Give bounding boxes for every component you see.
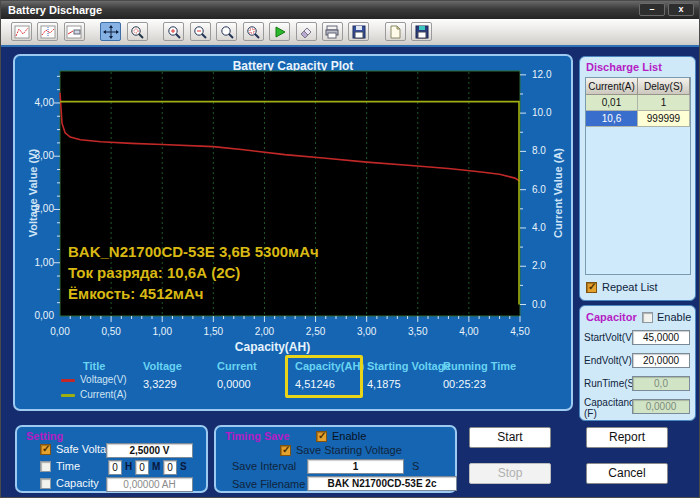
capacity-checkbox[interactable] bbox=[40, 478, 51, 489]
pan-tool-button[interactable] bbox=[100, 22, 121, 41]
minimize-button[interactable]: – bbox=[639, 3, 665, 16]
x-tick-label: 1,50 bbox=[196, 326, 230, 337]
endvolt-field[interactable]: 20,0000 bbox=[632, 353, 690, 368]
app-window: Battery Discharge – x Battery Capacity P… bbox=[0, 0, 700, 498]
cell-delay-1[interactable]: 1 bbox=[638, 95, 690, 111]
repeat-list-checkbox[interactable] bbox=[586, 282, 597, 293]
save-filename-label: Save Filename bbox=[232, 478, 305, 490]
chart-annotation: BAK_N21700CD-53E 3,6В 5300мАч Ток разряд… bbox=[68, 241, 319, 304]
client-area: Battery Capacity Plot Voltage Value (V) … bbox=[1, 47, 700, 498]
x-tick-label: 4,00 bbox=[452, 326, 486, 337]
cell-current-1[interactable]: 0,01 bbox=[586, 95, 638, 111]
zoom-window-icon bbox=[129, 25, 145, 39]
run-tool-button[interactable] bbox=[269, 22, 290, 41]
zoom-out-tool-button[interactable] bbox=[190, 22, 211, 41]
stats-header-running-time: Running Time bbox=[443, 360, 516, 372]
y-right-tick-label: 6.0 bbox=[532, 184, 568, 195]
cancel-button[interactable]: Cancel bbox=[586, 463, 668, 484]
time-label: Time bbox=[56, 460, 80, 472]
table-row-selected: 10,6 999999 bbox=[586, 111, 690, 127]
repeat-list-row: Repeat List bbox=[586, 281, 658, 293]
curve-edit-tool-button[interactable] bbox=[37, 22, 58, 41]
y-right-tick-label: 4.0 bbox=[532, 222, 568, 233]
hours-unit-label: H bbox=[125, 461, 132, 472]
capacitor-panel: Capacitor Enable StartVolt(V) 45,0000 En… bbox=[579, 305, 696, 421]
stats-value-running-time: 00:25:23 bbox=[443, 378, 486, 390]
timing-save-panel: Timing Save Enable Save Starting Voltage… bbox=[214, 425, 457, 493]
close-button[interactable]: x bbox=[668, 3, 694, 16]
capacitor-enable-checkbox[interactable] bbox=[642, 312, 653, 323]
capacitor-title: Capacitor bbox=[586, 311, 637, 323]
startvolt-label: StartVolt(V) bbox=[584, 332, 634, 343]
zoom-window-tool-button[interactable] bbox=[127, 22, 148, 41]
interval-unit-label: S bbox=[412, 460, 419, 472]
safe-voltage-field[interactable]: 2,5000 V bbox=[106, 443, 193, 458]
x-tick-label: 1,00 bbox=[145, 326, 179, 337]
capacity-highlight-box bbox=[285, 355, 363, 398]
runtime-field: 0,0 bbox=[632, 376, 690, 391]
print-tool-button[interactable] bbox=[322, 22, 343, 41]
discharge-table: Current(A) Delay(S) 0,01 1 10,6 999999 bbox=[585, 77, 691, 275]
cursor-legend-tool-button[interactable] bbox=[64, 22, 85, 41]
new-file-tool-button[interactable] bbox=[385, 22, 406, 41]
legend-item-current: Current(A) bbox=[61, 389, 127, 400]
title-bar: Battery Discharge – x bbox=[1, 1, 700, 19]
time-seconds-field[interactable]: 0 bbox=[163, 460, 177, 475]
curve-trace-icon bbox=[14, 25, 30, 39]
stop-button: Stop bbox=[469, 463, 551, 484]
zoom-in-tool-button[interactable] bbox=[163, 22, 184, 41]
capacitance-field: 0,0000 bbox=[632, 399, 690, 414]
voltage-legend-label: Voltage(V) bbox=[80, 374, 127, 385]
chart-panel: Battery Capacity Plot Voltage Value (V) … bbox=[13, 54, 573, 411]
time-hours-field[interactable]: 0 bbox=[108, 460, 122, 475]
save-image-tool-button[interactable] bbox=[348, 22, 369, 41]
save-data-tool-button[interactable] bbox=[411, 22, 432, 41]
save-interval-field[interactable]: 1 bbox=[307, 459, 404, 474]
new-document-icon bbox=[387, 25, 403, 39]
time-minutes-field[interactable]: 0 bbox=[135, 460, 149, 475]
y-left-tick-label: 3,00 bbox=[18, 150, 54, 161]
column-header-delay: Delay(S) bbox=[638, 78, 690, 95]
start-button[interactable]: Start bbox=[469, 427, 551, 448]
save-starting-voltage-checkbox[interactable] bbox=[280, 445, 291, 456]
time-checkbox[interactable] bbox=[40, 461, 51, 472]
save-filename-field[interactable]: BAK N21700CD-53E 2c bbox=[307, 476, 457, 491]
y-left-tick-label: 0,00 bbox=[18, 310, 54, 321]
stats-value-current: 0,0000 bbox=[217, 378, 251, 390]
stats-value-starting-voltage: 4,1875 bbox=[367, 378, 401, 390]
play-icon bbox=[272, 25, 288, 39]
eraser-icon bbox=[298, 25, 314, 39]
save-starting-voltage-label: Save Starting Voltage bbox=[296, 444, 402, 456]
x-axis-title: Capacity(AH) bbox=[15, 340, 530, 354]
report-button[interactable]: Report bbox=[586, 427, 668, 448]
y-right-tick-label: 8.0 bbox=[532, 145, 568, 156]
capacity-label: Capacity bbox=[56, 477, 99, 489]
voltage-legend-swatch bbox=[61, 379, 75, 382]
zoom-box-tool-button[interactable] bbox=[243, 22, 264, 41]
y-left-tick-label: 1,00 bbox=[18, 257, 54, 268]
zoom-normal-tool-button[interactable] bbox=[216, 22, 237, 41]
curve-trace-tool-button[interactable] bbox=[11, 22, 32, 41]
y-right-tick-label: 0.0 bbox=[532, 299, 568, 310]
startvolt-field[interactable]: 45,0000 bbox=[632, 330, 690, 345]
toolbar bbox=[1, 19, 700, 47]
cell-current-2[interactable]: 10,6 bbox=[586, 111, 638, 127]
legend-item-voltage: Voltage(V) bbox=[61, 374, 127, 385]
cell-delay-2[interactable]: 999999 bbox=[638, 111, 690, 127]
stats-header-current: Current bbox=[217, 360, 257, 372]
stats-header-starting-voltage: Starting Voltage bbox=[367, 360, 451, 372]
x-tick-label: 2,00 bbox=[247, 326, 281, 337]
erase-tool-button[interactable] bbox=[296, 22, 317, 41]
capacity-field: 0,00000 AH bbox=[106, 477, 193, 492]
table-row: 0,01 1 bbox=[586, 95, 690, 111]
printer-icon bbox=[324, 25, 340, 39]
safe-voltage-checkbox[interactable] bbox=[40, 444, 51, 455]
column-header-current: Current(A) bbox=[586, 78, 638, 95]
zoom-normal-icon bbox=[219, 25, 235, 39]
current-legend-swatch bbox=[61, 394, 75, 397]
timing-enable-checkbox[interactable] bbox=[316, 431, 327, 442]
stats-value-voltage: 3,3229 bbox=[143, 378, 177, 390]
runtime-label: RunTime(S) bbox=[584, 378, 634, 389]
zoom-in-icon bbox=[166, 25, 182, 39]
discharge-list-panel: Discharge List Current(A) Delay(S) 0,01 … bbox=[579, 56, 696, 301]
